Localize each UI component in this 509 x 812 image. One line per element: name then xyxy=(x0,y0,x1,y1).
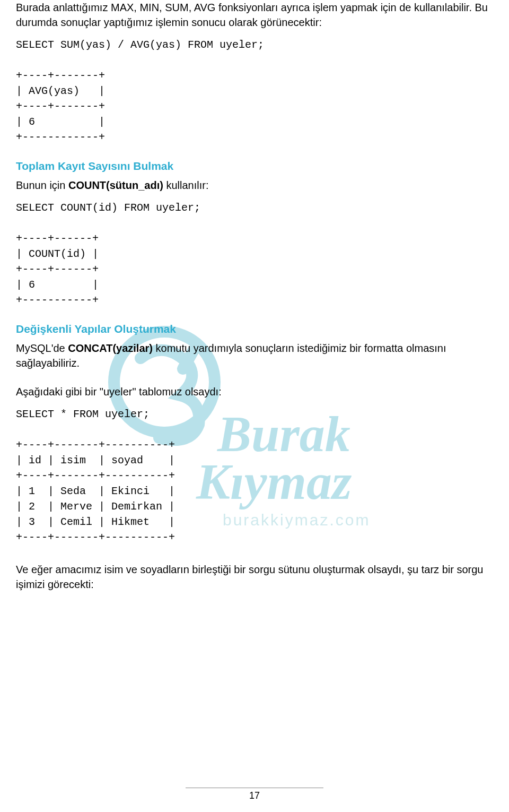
heading-degiskenli-yapilar: Değişkenli Yapılar Oluşturmak xyxy=(16,323,493,335)
text-bold-count: COUNT(sütun_adı) xyxy=(68,179,163,191)
footer-divider xyxy=(186,788,323,788)
text-suffix: kullanılır: xyxy=(163,179,209,191)
paragraph-count-usage: Bunun için COUNT(sütun_adı) kullanılır: xyxy=(16,178,493,193)
paragraph-concat: MySQL'de CONCAT(yazilar) komutu yardımıy… xyxy=(16,341,493,370)
text-prefix: MySQL'de xyxy=(16,342,68,354)
text-bold-concat: CONCAT(yazilar) xyxy=(68,342,153,354)
code-block-2: SELECT COUNT(id) FROM uyeler; +----+----… xyxy=(16,200,493,308)
paragraph-uyeler-intro: Aşağıdaki gibi bir "uyeler" tablomuz ols… xyxy=(16,384,493,399)
heading-toplam-kayit: Toplam Kayıt Sayısını Bulmak xyxy=(16,160,493,172)
page-number: 17 xyxy=(249,790,260,801)
code-block-3: SELECT * FROM uyeler; +----+-------+----… xyxy=(16,407,493,545)
text-prefix: Bunun için xyxy=(16,179,68,191)
paragraph-concat-goal: Ve eğer amacımız isim ve soyadların birl… xyxy=(16,562,493,592)
intro-paragraph: Burada anlattığımız MAX, MIN, SUM, AVG f… xyxy=(16,0,493,30)
code-block-1: SELECT SUM(yas) / AVG(yas) FROM uyeler; … xyxy=(16,37,493,145)
page-footer: 17 xyxy=(0,788,509,801)
